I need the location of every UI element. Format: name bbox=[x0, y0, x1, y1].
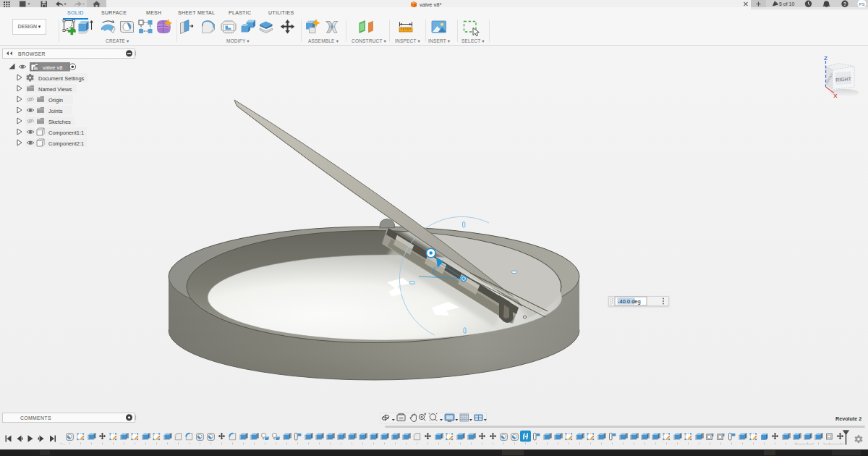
svg-text:-40.0 deg: -40.0 deg bbox=[618, 298, 641, 305]
